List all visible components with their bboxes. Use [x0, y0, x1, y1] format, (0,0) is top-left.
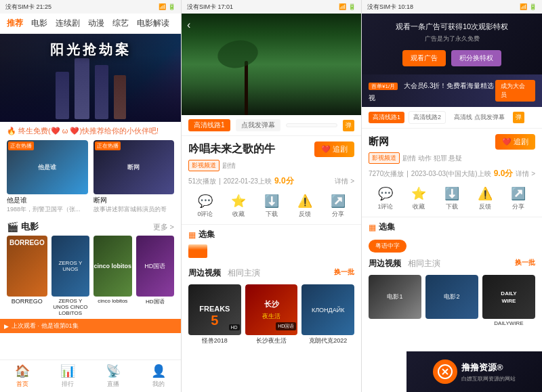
- panel-3: 没有SIM卡 10:18 📶 🔋 观看一条广告可获得10次观影特权 广告是为了永…: [362, 0, 542, 392]
- nav-recommend[interactable]: 推荐: [7, 18, 23, 29]
- p2-action-feedback[interactable]: ⚠️ 反馈: [297, 194, 312, 219]
- p3-tab-surrounding[interactable]: 周边视频: [369, 258, 401, 269]
- collect-icon: ⭐: [231, 194, 246, 209]
- p3-action-collect[interactable]: ⭐ 收藏: [411, 186, 426, 211]
- p2-status-text: 没有SIM卡 17:01: [187, 3, 233, 12]
- p2-action-download-label: 下载: [266, 210, 278, 219]
- p1-movie-1[interactable]: BORREGO BORREGO: [7, 236, 47, 316]
- p3-change-btn[interactable]: 换一批: [515, 258, 535, 269]
- p3-action-download[interactable]: ⬇️ 下载: [444, 186, 459, 211]
- p3-date: 2023-03-03(中国大陆)上映: [411, 169, 491, 179]
- p2-bm-3[interactable]: КЛОНДАЙК 克朗代克2022: [301, 284, 354, 345]
- p2-statusbar: 没有SIM卡 17:01 📶 🔋: [182, 0, 361, 14]
- p3-member-text-area: 首单¥1/月 大会员6.3折！免费看海量精选视: [369, 79, 495, 103]
- p1-more-btn[interactable]: 更多 >: [153, 222, 174, 232]
- p1-nav: 推荐 电影 连续剧 动漫 综艺 电影解读: [0, 14, 181, 34]
- p2-bm-1-badge: HD: [229, 324, 240, 330]
- p1-statusbar: 没有SIM卡 21:25 📶 🔋: [0, 0, 181, 14]
- p1-nav-live[interactable]: 📡 直播: [106, 364, 121, 389]
- p1-hero-title: 阳光抢劫案: [50, 42, 131, 57]
- p1-nav-home[interactable]: 🏠 首页: [15, 364, 30, 389]
- p1-hero-banner[interactable]: 阳光抢劫案: [0, 34, 181, 122]
- p2-action-collect-label: 收藏: [232, 210, 245, 219]
- panel-1: 没有SIM卡 21:25 📶 🔋 推荐 电影 连续剧 动漫 综艺 电影解读 阳光…: [0, 0, 181, 392]
- p3-action-feedback-label: 反馈: [479, 202, 491, 211]
- p3-bm-3[interactable]: DAILY WIRE DAILYWIRE: [482, 275, 535, 326]
- p2-video-player[interactable]: ‹: [182, 14, 361, 115]
- p3-member-btn[interactable]: 成为大会员: [495, 80, 535, 102]
- nav-film-decode[interactable]: 电影解读: [137, 18, 169, 29]
- p3-bm-2[interactable]: 电影2: [425, 275, 478, 326]
- p1-movie-section-header: 🎬 电影 更多 >: [0, 218, 181, 236]
- p2-tab-surrounding[interactable]: 周边视频: [188, 267, 221, 279]
- figure-2: [75, 58, 89, 119]
- p2-detail-btn[interactable]: 详情 >: [335, 177, 354, 186]
- p2-score: 9.0分: [274, 175, 294, 187]
- p1-movie-1-title: BORREGO: [7, 298, 47, 305]
- p3-vip-exchange-btn[interactable]: 积分换特权: [451, 50, 501, 66]
- p2-quality-btn[interactable]: 高清线路1: [188, 119, 230, 131]
- p1-status-icons: 📶 🔋: [159, 3, 175, 10]
- p3-watermark-subtitle: 白嫖互联网资源的网站: [461, 375, 516, 383]
- p2-action-share[interactable]: ↗️ 分享: [331, 194, 346, 219]
- p1-movie-label: 电影: [21, 221, 39, 233]
- p2-back-button[interactable]: ‹: [187, 19, 190, 31]
- p2-badge: 弹: [343, 120, 354, 131]
- p1-movie-2[interactable]: ZEROS Y UNOS ZEROS Y UNOS CINCO LOBITOS: [51, 236, 89, 316]
- p2-quality-bar: 高清线路1 点我发弹幕 弹: [182, 115, 361, 136]
- p1-nav-ranking[interactable]: 📊 排行: [60, 364, 75, 389]
- episodes-icon: ▦: [188, 230, 196, 240]
- p1-hero-title-area: 阳光抢劫案: [0, 41, 181, 59]
- p1-bottom-nav: 🏠 首页 📊 排行 📡 直播 👤 我的: [0, 360, 181, 392]
- p3-action-comment[interactable]: 💬 1评论: [377, 186, 393, 211]
- p3-detail-btn[interactable]: 详情 >: [516, 169, 535, 179]
- p1-tv-card-1[interactable]: 他是谁 正在热播 他是谁 1988年，刑警卫国平（张...: [7, 140, 88, 214]
- p3-ad-buttons: 观看广告 积分换特权: [369, 50, 535, 66]
- p3-action-feedback[interactable]: ⚠️ 反馈: [478, 186, 493, 211]
- p2-bm-1[interactable]: FREAKS 5 HD 怪兽2018: [188, 284, 241, 345]
- p3-category: 剧情 动作 犯罪 悬疑: [402, 154, 462, 163]
- p3-quality-3-btn[interactable]: 高清线 点我发弹幕: [450, 112, 509, 123]
- p2-change-btn[interactable]: 换一批: [334, 267, 354, 279]
- p1-movie-4[interactable]: HD国语 HD国语: [136, 236, 174, 316]
- p3-channel-tag: 影视频道: [369, 152, 400, 164]
- p3-watermark-icon: [437, 364, 453, 380]
- nav-series[interactable]: 连续剧: [56, 18, 80, 29]
- p3-quality-1-btn[interactable]: 高清线路1: [369, 112, 404, 123]
- p2-title-row: 吟唱未来之歌的牛 ❤️ 追剧: [188, 141, 354, 157]
- p3-sub-tab-1[interactable]: 粤语中字: [369, 240, 406, 253]
- p1-last-watched-bar[interactable]: ▶ 上次观看 · 他是谁第01集: [0, 319, 181, 333]
- p1-tv-card-2[interactable]: 断网 正在热播 断网 故事讲述郭富城韩演员的哥: [93, 140, 175, 214]
- nav-movie[interactable]: 电影: [31, 18, 47, 29]
- p2-freaks-label: FREAKS: [199, 291, 230, 313]
- p3-quality-bar: 高清线路1 高清线路2 高清线 点我发弹幕 弹: [362, 107, 542, 129]
- p2-action-collect[interactable]: ⭐ 收藏: [231, 194, 246, 219]
- p2-fav-btn[interactable]: ❤️ 追剧: [314, 141, 354, 157]
- p2-danmu-input[interactable]: [286, 123, 337, 127]
- nav-anime[interactable]: 动漫: [88, 18, 104, 29]
- p3-comment-icon: 💬: [378, 186, 393, 201]
- p3-action-share[interactable]: ↗️ 分享: [511, 186, 526, 211]
- p2-action-comment[interactable]: 💬 0评论: [197, 194, 213, 219]
- p3-collect-icon: ⭐: [411, 186, 426, 201]
- p3-bm-1[interactable]: 电影1: [369, 275, 421, 326]
- p3-watch-ad-btn[interactable]: 观看广告: [402, 50, 446, 66]
- p2-tab-same-cast[interactable]: 相同主演: [228, 267, 260, 279]
- p1-continue-icon: ▶: [4, 323, 9, 330]
- p3-quality-2-btn[interactable]: 高清线路2: [409, 111, 446, 124]
- p3-tab-same-cast[interactable]: 相同主演: [408, 258, 440, 269]
- p2-bm-2[interactable]: 长沙 夜生活 HD国语 长沙夜生活: [245, 284, 298, 345]
- p3-ep-icon: ▦: [369, 223, 376, 232]
- p1-nav-profile[interactable]: 👤 我的: [151, 364, 166, 389]
- p3-bm-3-dw-text: DAILY: [501, 290, 516, 297]
- p3-bm-2-img: 电影2: [425, 275, 478, 319]
- nav-variety[interactable]: 综艺: [112, 18, 129, 29]
- p3-fav-btn[interactable]: ❤️ 追剧: [495, 134, 535, 150]
- p3-bm-1-img: 电影1: [369, 275, 421, 319]
- p1-movie-3[interactable]: cinco lobitos cinco lobitos: [93, 236, 131, 316]
- p1-card-2-badge: 正在热播: [95, 141, 121, 150]
- figure-3: [95, 65, 108, 119]
- p2-danmu-btn[interactable]: 点我发弹幕: [236, 119, 280, 131]
- p2-action-download[interactable]: ⬇️ 下载: [264, 194, 279, 219]
- p3-title: 断网: [369, 135, 389, 148]
